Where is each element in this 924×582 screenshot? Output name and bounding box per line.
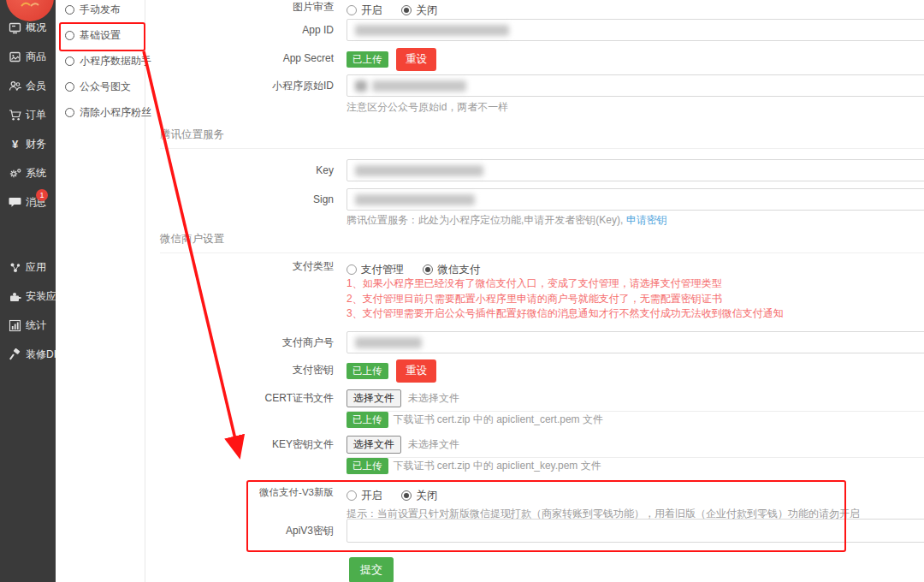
lbs-key-row: Key	[145, 159, 924, 181]
submenu-item-clear-miniapp-fans[interactable]: 清除小程序粉丝	[56, 99, 145, 125]
app-id-input[interactable]	[346, 19, 924, 41]
lbs-sign-row: Sign	[145, 188, 924, 211]
submenu-item-label: 公众号图文	[80, 80, 131, 94]
submenu-item-official-account-articles[interactable]: 公众号图文	[56, 74, 145, 99]
pay-type-notes: 1、如果小程序里已经没有了微信支付入口，变成了支付管理，请选择支付管理类型 2、…	[346, 276, 784, 322]
submit-button[interactable]: 提交	[349, 557, 394, 582]
sidebar-item-orders[interactable]: 订单	[0, 100, 56, 129]
sidebar-item-label: 统计	[26, 318, 46, 333]
redacted-value	[355, 165, 483, 176]
v3-on-radio[interactable]: 开启	[346, 489, 382, 503]
submenu-item-label: 清除小程序粉丝	[80, 105, 151, 120]
diy-icon	[8, 348, 22, 361]
submenu-item-miniapp-data-assistant[interactable]: 小程序数据助手	[56, 48, 145, 74]
sidebar-item-label: 系统	[26, 166, 46, 181]
apps-icon	[8, 261, 22, 274]
redacted-value	[355, 25, 509, 36]
field-label: 支付类型	[145, 259, 334, 273]
key-upload-status: 已上传 下载证书 cert.zip 中的 apiclient_key.pem 文…	[346, 458, 601, 474]
finance-icon: ¥	[8, 138, 22, 151]
no-file-text: 未选择文件	[408, 437, 459, 452]
radio-icon	[346, 264, 357, 275]
field-label: KEY密钥文件	[145, 436, 334, 453]
radio-icon	[346, 490, 357, 501]
system-icon	[8, 167, 22, 180]
wechat-pay-v3-row: 微信支付-V3新版 开启 关闭 提示：当前设置只针对新版微信提现打款（商家转账到…	[145, 485, 924, 521]
sidebar-item-messages[interactable]: 消息 1	[0, 187, 56, 217]
section-title-tencent-location: 腾讯位置服务	[160, 128, 224, 142]
image-review-on-radio[interactable]: 开启	[346, 3, 382, 18]
members-icon	[8, 80, 22, 92]
goods-icon	[8, 50, 22, 63]
merchant-no-row: 支付商户号	[145, 331, 924, 353]
admin-settings-screen: 概况 商品 会员 订单 ¥ 财务	[0, 0, 924, 582]
sidebar-item-decoration-diy[interactable]: 装修DIY	[0, 340, 56, 369]
stats-icon	[8, 319, 22, 332]
uploaded-badge: 已上传	[346, 458, 388, 474]
lbs-hint: 腾讯位置服务：此处为小程序定位功能,申请开发者密钥(Key), 申请密钥	[346, 213, 667, 228]
origin-id-hint: 注意区分公众号原始id，两者不一样	[346, 100, 508, 115]
primary-sidebar: 概况 商品 会员 订单 ¥ 财务	[0, 0, 56, 582]
app-secret-row: App Secret 已上传 重设	[145, 48, 924, 71]
image-review-off-radio[interactable]: 关闭	[401, 3, 437, 18]
secondary-nav: 应用 安装应用 统计 装修DIY	[0, 252, 56, 369]
apply-key-link[interactable]: 申请密钥	[626, 214, 667, 226]
choose-file-button[interactable]: 选择文件	[346, 389, 401, 407]
radio-icon	[401, 5, 412, 15]
image-review-row: 图片审查 开启 关闭	[145, 0, 924, 18]
redacted-value	[372, 80, 466, 92]
sidebar-item-statistics[interactable]: 统计	[0, 311, 56, 340]
field-label: App ID	[145, 19, 334, 41]
submenu-item-label: 小程序数据助手	[80, 54, 151, 68]
field-label: Sign	[145, 188, 334, 211]
lbs-sign-input[interactable]	[346, 188, 924, 211]
pay-type-row: 支付类型 支付管理 微信支付	[145, 259, 924, 277]
app-secret-reset-button[interactable]: 重设	[396, 48, 436, 71]
pay-type-manage-radio[interactable]: 支付管理	[346, 263, 404, 277]
section-divider	[160, 148, 924, 149]
submenu-item-basic-settings[interactable]: 基础设置	[56, 22, 145, 48]
sidebar-item-finance[interactable]: ¥ 财务	[0, 129, 56, 158]
logo-mark-icon	[18, 0, 42, 9]
message-count-badge: 1	[36, 189, 48, 201]
radio-icon	[401, 490, 412, 501]
radio-circle-icon	[65, 108, 74, 117]
section-divider	[160, 252, 924, 253]
field-label: Key	[145, 159, 334, 181]
field-label: 小程序原始ID	[145, 74, 334, 97]
field-label: 支付密钥	[145, 359, 334, 380]
sidebar-item-apps[interactable]: 应用	[0, 252, 56, 282]
settings-submenu: 手动发布 基础设置 小程序数据助手 公众号图文 清除小程序粉丝	[56, 0, 145, 582]
field-label: App Secret	[145, 48, 334, 68]
radio-icon	[346, 5, 357, 15]
install-app-icon	[8, 290, 22, 303]
uploaded-badge: 已上传	[346, 363, 388, 379]
sidebar-item-members[interactable]: 会员	[0, 71, 56, 100]
merchant-no-input[interactable]	[346, 331, 924, 353]
basic-settings-form: 图片审查 开启 关闭 App ID App Secret 已上传 重设 小程序原…	[145, 0, 924, 582]
sidebar-item-install-apps[interactable]: 安装应用	[0, 282, 56, 311]
sidebar-item-label: 概况	[26, 21, 46, 35]
key-file-input[interactable]: 选择文件 未选择文件	[346, 436, 924, 458]
sidebar-item-goods[interactable]: 商品	[0, 42, 56, 71]
no-file-text: 未选择文件	[408, 391, 459, 406]
choose-file-button[interactable]: 选择文件	[346, 436, 401, 454]
sidebar-item-system[interactable]: 系统	[0, 158, 56, 187]
message-icon	[8, 196, 22, 209]
origin-id-input[interactable]	[346, 74, 924, 97]
apiv3-key-row: ApiV3密钥	[145, 519, 924, 543]
submenu-item-manual-publish[interactable]: 手动发布	[56, 0, 145, 22]
apiv3-key-input[interactable]	[346, 519, 924, 543]
v3-off-radio[interactable]: 关闭	[401, 489, 437, 503]
pay-secret-reset-button[interactable]: 重设	[396, 359, 436, 383]
origin-id-row: 小程序原始ID	[145, 74, 924, 97]
redacted-value	[355, 337, 422, 348]
radio-circle-icon	[65, 56, 74, 66]
cert-file-input[interactable]: 选择文件 未选择文件	[346, 389, 924, 412]
pay-type-note: 1、如果小程序里已经没有了微信支付入口，变成了支付管理，请选择支付管理类型	[346, 276, 784, 292]
radio-circle-icon	[65, 5, 74, 15]
primary-nav: 概况 商品 会员 订单 ¥ 财务	[0, 13, 56, 217]
sidebar-item-label: 应用	[26, 260, 46, 275]
lbs-key-input[interactable]	[346, 159, 924, 181]
pay-type-wechat-radio[interactable]: 微信支付	[423, 263, 480, 277]
